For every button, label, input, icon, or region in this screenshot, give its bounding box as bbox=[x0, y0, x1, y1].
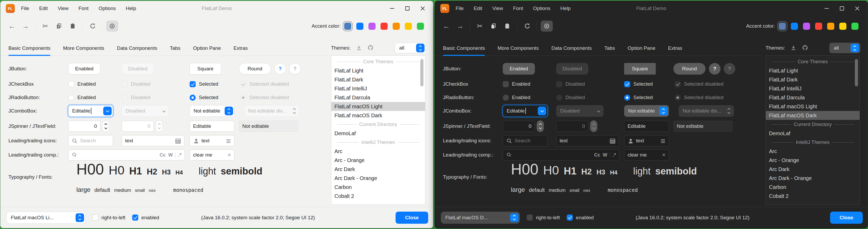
scrollbar-thumb[interactable] bbox=[855, 59, 858, 86]
combobox-stepper-icon[interactable] bbox=[510, 213, 519, 222]
theme-list-item[interactable]: Arc Dark - Orange bbox=[331, 174, 425, 182]
accent-swatch[interactable] bbox=[393, 23, 400, 30]
theme-list-item[interactable]: FlatLaf macOS Light bbox=[331, 102, 425, 111]
spinner-stepper-icon[interactable] bbox=[102, 120, 109, 132]
tab[interactable]: Tabs bbox=[170, 40, 180, 56]
theme-list-item[interactable]: Core Themes bbox=[766, 57, 860, 66]
menu-item[interactable]: Font bbox=[79, 5, 89, 11]
tab[interactable]: Option Pane bbox=[193, 40, 221, 56]
tab[interactable]: More Components bbox=[497, 40, 538, 56]
calendar-icon[interactable] bbox=[610, 138, 615, 144]
tab[interactable]: Extras bbox=[668, 40, 682, 56]
accent-swatch[interactable] bbox=[779, 23, 786, 30]
enabled-checkbox[interactable]: enabled bbox=[567, 211, 594, 224]
whole-word-button[interactable]: W bbox=[603, 152, 607, 158]
theme-list-item[interactable]: Arc - Orange bbox=[766, 156, 860, 165]
checkbox-icon[interactable] bbox=[92, 214, 98, 221]
theme-list-item[interactable]: Current Directory bbox=[766, 120, 860, 129]
accent-swatch[interactable] bbox=[417, 23, 424, 30]
regex-button[interactable]: .* bbox=[178, 152, 181, 158]
copy-icon[interactable] bbox=[488, 21, 500, 32]
theme-list-item[interactable]: IntelliJ Themes bbox=[331, 138, 425, 147]
theme-list-item[interactable]: Current Directory bbox=[331, 120, 425, 129]
spinner-field[interactable]: 0 bbox=[503, 121, 535, 132]
forward-button[interactable]: → bbox=[454, 21, 466, 32]
whole-word-button[interactable]: W bbox=[168, 152, 173, 158]
paste-icon[interactable] bbox=[67, 21, 79, 32]
maximize-button[interactable] bbox=[400, 2, 415, 15]
theme-list-item[interactable]: FlatLaf IntelliJ bbox=[331, 84, 425, 93]
clear-icon[interactable]: × bbox=[662, 152, 665, 158]
theme-filter-combobox[interactable]: all bbox=[395, 43, 426, 53]
combobox-stepper-icon[interactable] bbox=[659, 107, 668, 115]
not-editable-combobox[interactable]: Not editable bbox=[624, 105, 669, 117]
laf-combobox[interactable]: FlatLaf macOS D... bbox=[441, 211, 520, 224]
search-options-field[interactable]: Cc W .* bbox=[68, 149, 185, 161]
back-button[interactable]: ← bbox=[440, 21, 453, 32]
combobox-stepper-icon[interactable] bbox=[850, 44, 859, 52]
accent-swatch[interactable] bbox=[344, 23, 351, 30]
checkbox-checked-icon[interactable] bbox=[624, 81, 630, 87]
menu-item[interactable]: Help bbox=[560, 5, 571, 11]
round-button[interactable]: Round bbox=[239, 63, 271, 75]
theme-list-item[interactable]: FlatLaf Light bbox=[766, 66, 860, 75]
date-field[interactable]: text bbox=[556, 135, 619, 146]
menu-item[interactable]: Options bbox=[98, 5, 116, 11]
tab[interactable]: Tabs bbox=[604, 40, 615, 56]
editable-textfield[interactable]: Editable bbox=[190, 121, 235, 132]
search-options-field[interactable]: Cc W .* bbox=[503, 149, 619, 161]
accent-swatch[interactable] bbox=[815, 23, 822, 30]
user-field[interactable]: text bbox=[624, 135, 669, 146]
accent-swatch[interactable] bbox=[791, 23, 798, 30]
editable-textfield[interactable]: Editable bbox=[624, 121, 669, 132]
editable-combobox[interactable]: Editable bbox=[503, 105, 548, 117]
search-menu-icon[interactable] bbox=[72, 152, 78, 158]
download-icon[interactable] bbox=[356, 45, 362, 51]
checkbox-icon[interactable] bbox=[527, 214, 533, 221]
theme-list-item[interactable]: Arc Dark - Orange bbox=[766, 174, 860, 182]
checkbox-icon[interactable] bbox=[503, 81, 509, 87]
close-window-button[interactable] bbox=[415, 2, 430, 15]
forward-button[interactable]: → bbox=[20, 21, 32, 32]
combobox-arrow-icon[interactable] bbox=[538, 107, 546, 115]
accent-swatch[interactable] bbox=[803, 23, 810, 30]
close-dialog-button[interactable]: Close bbox=[830, 211, 863, 224]
match-case-button[interactable]: Cc bbox=[160, 152, 166, 158]
tab[interactable]: Basic Components bbox=[8, 40, 50, 56]
theme-list-item[interactable]: FlatLaf Dark bbox=[766, 75, 860, 84]
checkbox-enabled[interactable]: Enabled bbox=[503, 78, 530, 91]
list-icon[interactable] bbox=[225, 138, 231, 144]
round-button[interactable]: Round bbox=[673, 63, 706, 75]
tab[interactable]: Data Components bbox=[552, 40, 592, 56]
theme-list-item[interactable]: Arc Dark bbox=[331, 165, 425, 174]
menu-item[interactable]: Edit bbox=[474, 5, 483, 11]
refresh-icon[interactable] bbox=[86, 21, 98, 32]
refresh-icon[interactable] bbox=[521, 21, 533, 32]
list-icon[interactable] bbox=[660, 138, 665, 144]
enabled-button[interactable]: Enabled bbox=[68, 63, 100, 75]
theme-list-item[interactable]: FlatLaf macOS Light bbox=[766, 102, 860, 111]
radio-selected[interactable]: Selected bbox=[624, 91, 653, 104]
calendar-icon[interactable] bbox=[175, 138, 181, 144]
show-eye-toggle[interactable] bbox=[541, 21, 553, 32]
right-to-left-checkbox[interactable]: right-to-left bbox=[92, 211, 125, 224]
combobox-stepper-icon[interactable] bbox=[416, 44, 425, 52]
radio-checked-icon[interactable] bbox=[624, 95, 630, 101]
accent-swatch[interactable] bbox=[405, 23, 412, 30]
cut-icon[interactable]: ✂ bbox=[39, 21, 51, 32]
theme-list-item[interactable]: FlatLaf Dark bbox=[331, 75, 425, 84]
theme-list-item[interactable]: DemoLaf bbox=[766, 129, 860, 138]
laf-combobox[interactable]: FlatLaf macOS Li... bbox=[6, 211, 85, 224]
clearable-field[interactable]: clear me × bbox=[624, 149, 669, 161]
radio-icon[interactable] bbox=[503, 95, 509, 101]
checkbox-selected[interactable]: Selected bbox=[190, 78, 218, 91]
help-button[interactable]: ? bbox=[709, 63, 720, 75]
theme-list-item[interactable]: FlatLaf Darcula bbox=[331, 93, 425, 102]
checkbox-enabled[interactable]: Enabled bbox=[68, 78, 96, 91]
not-editable-combobox[interactable]: Not editable bbox=[190, 105, 235, 117]
radio-selected[interactable]: Selected bbox=[190, 91, 218, 104]
clearable-field[interactable]: clear me × bbox=[190, 149, 235, 161]
radio-checked-icon[interactable] bbox=[190, 95, 196, 101]
combobox-arrow-icon[interactable] bbox=[103, 107, 112, 115]
download-icon[interactable] bbox=[790, 45, 797, 51]
